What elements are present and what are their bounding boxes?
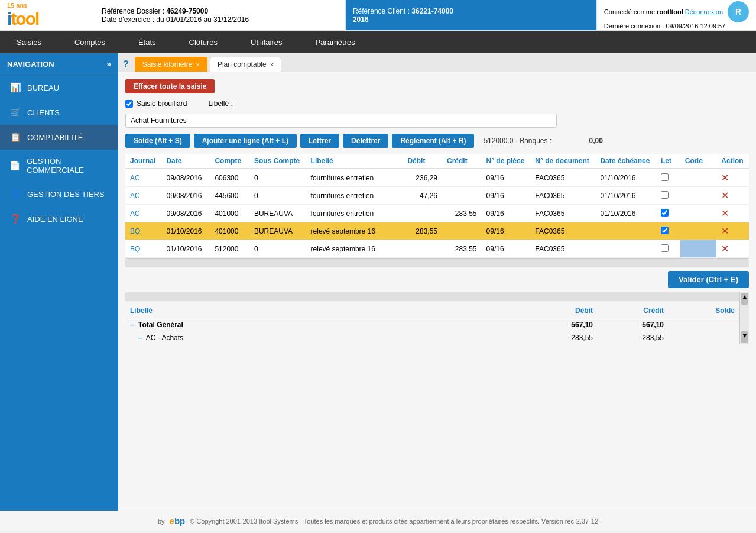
- table-cell: 283,55: [442, 240, 482, 258]
- footer-by: by: [158, 518, 165, 525]
- table-cell: [442, 222, 482, 240]
- table-cell: FAC0365: [530, 169, 595, 187]
- solde-value: 0,00: [589, 137, 603, 145]
- let-cell[interactable]: [656, 205, 680, 222]
- action-cell[interactable]: ✕: [716, 240, 749, 258]
- th-date: Date: [161, 154, 210, 169]
- let-checkbox[interactable]: [661, 209, 669, 217]
- tab-plan-comptable-close[interactable]: ×: [270, 61, 274, 68]
- scrollbar-up[interactable]: ▲: [741, 293, 748, 305]
- sidebar-item-aide[interactable]: ❓ AIDE EN LIGNE: [0, 206, 118, 231]
- help-icon[interactable]: ?: [123, 59, 129, 70]
- sidebar-item-bureau-label: BUREAU: [27, 83, 59, 92]
- table-cell: fournitures entretien: [306, 169, 403, 187]
- delete-icon[interactable]: ✕: [721, 190, 729, 201]
- libelle-input[interactable]: [125, 114, 557, 128]
- nav-etats[interactable]: États: [122, 31, 173, 53]
- table-cell: 0: [249, 240, 306, 258]
- table-cell: 09/16: [482, 205, 531, 222]
- th-let: Let: [656, 154, 680, 169]
- nav-comptes[interactable]: Comptes: [58, 31, 122, 53]
- saisie-brouillard-checkbox[interactable]: [125, 100, 133, 108]
- ref-client-year: 2016: [353, 15, 369, 24]
- let-cell[interactable]: [656, 187, 680, 205]
- bottom-scrollbar[interactable]: [125, 292, 739, 301]
- content-area: Effacer toute la saisie Saisie brouillar…: [118, 72, 756, 351]
- action-cell[interactable]: ✕: [716, 222, 749, 240]
- scrollbar-track: [740, 306, 749, 330]
- delete-icon[interactable]: ✕: [721, 173, 729, 183]
- data-table-wrapper: Journal Date Compte Sous Compte Libellé …: [125, 154, 749, 258]
- horizontal-scrollbar[interactable]: [125, 258, 749, 267]
- reglement-button[interactable]: Règlement (Alt + R): [392, 134, 474, 148]
- table-cell: FAC0365: [530, 187, 595, 205]
- table-cell: fournitures entretien: [306, 187, 403, 205]
- date-exercice-label: Date d'exercice :: [102, 15, 154, 24]
- action-cell[interactable]: ✕: [716, 169, 749, 187]
- nav-clotures[interactable]: Clôtures: [173, 31, 234, 53]
- table-cell: 283,55: [442, 205, 482, 222]
- navbar: Saisies Comptes États Clôtures Utilitair…: [0, 31, 756, 53]
- table-cell: AC: [125, 187, 161, 205]
- summary-solde: [669, 318, 739, 332]
- sidebar-item-gestion-tiers[interactable]: 👤 GESTION DES TIERS: [0, 182, 118, 206]
- solde-button[interactable]: Solde (Alt + S): [125, 134, 190, 148]
- let-checkbox[interactable]: [661, 173, 669, 181]
- summary-debit: 283,55: [527, 331, 598, 344]
- sidebar-item-bureau[interactable]: 📊 BUREAU: [0, 75, 118, 100]
- tab-plan-comptable[interactable]: Plan comptable ×: [210, 57, 281, 72]
- nav-saisies[interactable]: Saisies: [0, 31, 58, 53]
- comptabilite-icon: 📋: [9, 132, 21, 143]
- code-cell: [680, 240, 716, 258]
- let-checkbox[interactable]: [661, 244, 669, 252]
- aide-icon: ❓: [9, 214, 21, 224]
- sidebar-item-gestion-commerciale[interactable]: 📄 GESTION COMMERCIALE: [0, 150, 118, 182]
- table-row: BQ01/10/2016401000BUREAUVArelevé septemb…: [125, 222, 749, 240]
- action-cell[interactable]: ✕: [716, 205, 749, 222]
- delete-icon[interactable]: ✕: [721, 226, 729, 236]
- tab-saisie-kilometre-close[interactable]: ×: [196, 61, 199, 68]
- effacer-button[interactable]: Effacer toute la saisie: [125, 79, 215, 93]
- code-cell: [680, 169, 716, 187]
- sidebar-item-comptabilite[interactable]: 📋 COMPTABILITÉ: [0, 125, 118, 150]
- scrollbar-down[interactable]: ▼: [741, 331, 748, 343]
- tab-saisie-kilometre[interactable]: Saisie kilomètre ×: [135, 57, 207, 72]
- delettrer-button[interactable]: Délettrer: [343, 134, 388, 148]
- delete-icon[interactable]: ✕: [721, 208, 729, 218]
- action-cell[interactable]: ✕: [716, 187, 749, 205]
- let-cell[interactable]: [656, 169, 680, 187]
- lettrer-button[interactable]: Lettrer: [300, 134, 339, 148]
- delete-icon[interactable]: ✕: [721, 244, 729, 254]
- code-cell: [680, 187, 716, 205]
- footer: by ebp © Copyright 2001-2013 Itool Syste…: [0, 511, 756, 531]
- summary-credit: 283,55: [598, 331, 669, 344]
- let-cell[interactable]: [656, 222, 680, 240]
- let-checkbox[interactable]: [661, 227, 669, 234]
- nav-parametres[interactable]: Paramètres: [298, 31, 371, 53]
- table-cell: [595, 222, 656, 240]
- summary-label: – Total Général: [125, 318, 527, 332]
- summary-scrollbar[interactable]: ▲ ▼: [739, 292, 749, 344]
- ajouter-button[interactable]: Ajouter une ligne (Alt + L): [194, 134, 297, 148]
- table-cell: FAC0365: [530, 222, 595, 240]
- summary-header-row: Libellé Débit Crédit Solde: [125, 303, 739, 318]
- tab-saisie-kilometre-label: Saisie kilomètre: [142, 60, 193, 69]
- table-cell: FAC0365: [530, 240, 595, 258]
- deconnexion-link[interactable]: Déconnexion: [685, 8, 723, 15]
- sidebar-collapse-icon[interactable]: »: [106, 59, 111, 69]
- date-exercice-value: du 01/01/2016 au 31/12/2016: [156, 15, 249, 24]
- expand-icon[interactable]: –: [130, 321, 134, 329]
- let-cell[interactable]: [656, 240, 680, 258]
- table-cell: BUREAUVA: [249, 205, 306, 222]
- tabs-bar: ? Saisie kilomètre × Plan comptable ×: [118, 53, 756, 72]
- validate-button[interactable]: Valider (Ctrl + E): [668, 271, 749, 288]
- let-checkbox[interactable]: [661, 191, 669, 199]
- nav-utilitaires[interactable]: Utilitaires: [234, 31, 298, 53]
- summary-th-solde: Solde: [669, 303, 739, 318]
- ref-dossier-value: 46249-75000: [166, 7, 208, 15]
- table-row: AC09/08/2016401000BUREAUVAfournitures en…: [125, 205, 749, 222]
- table-cell: relevé septembre 16: [306, 240, 403, 258]
- th-compte: Compte: [210, 154, 249, 169]
- sidebar-item-clients[interactable]: 🛒 CLIENTS: [0, 100, 118, 125]
- expand-icon[interactable]: –: [138, 334, 142, 342]
